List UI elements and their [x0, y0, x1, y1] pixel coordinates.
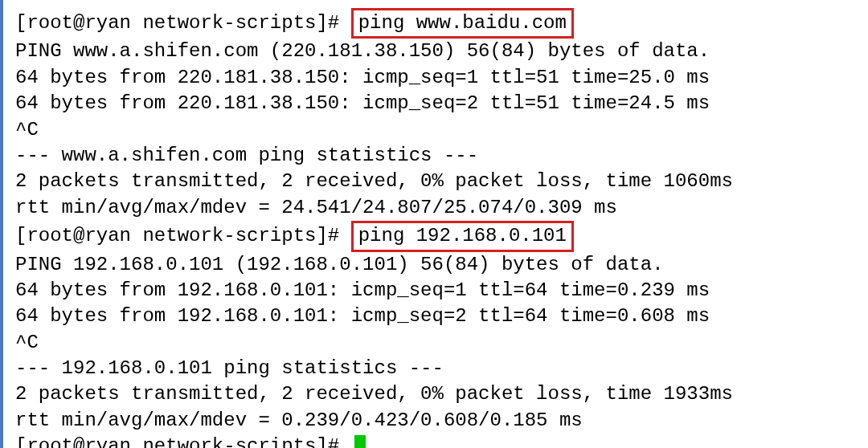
- command-highlight-2: ping 192.168.0.101: [351, 221, 574, 251]
- output-line: PING 192.168.0.101 (192.168.0.101) 56(84…: [15, 252, 856, 278]
- command-highlight-1: ping www.baidu.com: [351, 8, 574, 39]
- shell-prompt: [root@ryan network-scripts]#: [15, 434, 351, 448]
- shell-prompt: [root@ryan network-scripts]#: [15, 10, 351, 36]
- output-line: 64 bytes from 220.181.38.150: icmp_seq=1…: [15, 65, 856, 91]
- output-line: rtt min/avg/max/mdev = 24.541/24.807/25.…: [15, 195, 856, 221]
- shell-prompt: [root@ryan network-scripts]#: [15, 223, 351, 249]
- terminal-prompt-line-2: [root@ryan network-scripts]# ping 192.16…: [15, 221, 856, 251]
- output-line: --- 192.168.0.101 ping statistics ---: [15, 356, 856, 381]
- output-line: 64 bytes from 192.168.0.101: icmp_seq=2 …: [15, 303, 856, 329]
- output-line: --- www.a.shifen.com ping statistics ---: [15, 143, 856, 169]
- output-line: ^C: [15, 330, 856, 356]
- output-line: 64 bytes from 220.181.38.150: icmp_seq=2…: [15, 91, 856, 116]
- output-line: PING www.a.shifen.com (220.181.38.150) 5…: [15, 39, 856, 64]
- output-line: ^C: [15, 117, 856, 143]
- cursor-icon: [354, 435, 366, 448]
- output-line: 64 bytes from 192.168.0.101: icmp_seq=1 …: [15, 278, 856, 303]
- terminal-prompt-line-3[interactable]: [root@ryan network-scripts]#: [15, 434, 856, 448]
- terminal-prompt-line-1: [root@ryan network-scripts]# ping www.ba…: [15, 8, 856, 39]
- output-line: 2 packets transmitted, 2 received, 0% pa…: [15, 169, 856, 194]
- output-line: 2 packets transmitted, 2 received, 0% pa…: [15, 381, 856, 407]
- output-line: rtt min/avg/max/mdev = 0.239/0.423/0.608…: [15, 408, 856, 434]
